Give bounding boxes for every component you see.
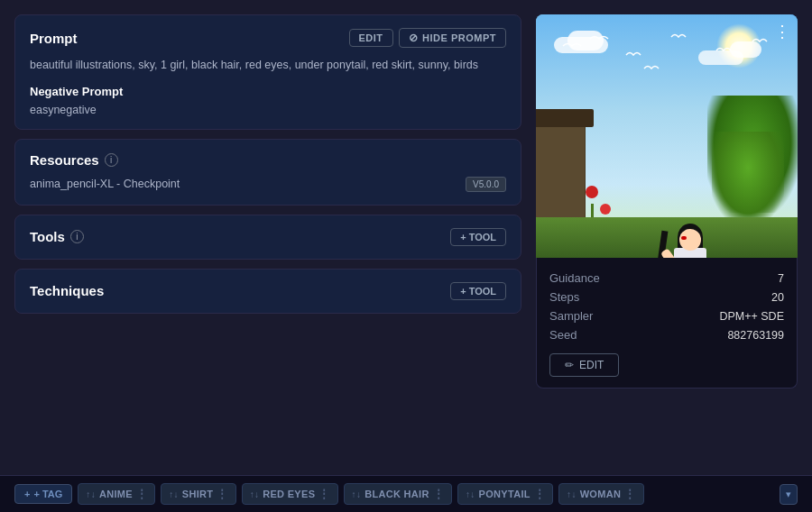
tools-card: Tools i + TOOL bbox=[14, 215, 521, 260]
tag-black-hair[interactable]: ↑↓ BLACK HAIR ⋮ bbox=[344, 483, 452, 505]
techniques-title: Techniques bbox=[30, 283, 104, 298]
guidance-value: 7 bbox=[778, 272, 784, 285]
add-tag-button[interactable]: + + TAG bbox=[14, 484, 72, 504]
right-panel: ⋮ Guidance 7 Steps 20 Sampler DPM++ SDE … bbox=[536, 14, 798, 461]
plus-icon: + bbox=[24, 489, 30, 499]
tag-menu-ponytail[interactable]: ⋮ bbox=[534, 488, 545, 500]
tag-arrows-black-hair: ↑↓ bbox=[352, 489, 362, 499]
tag-menu-shirt[interactable]: ⋮ bbox=[217, 488, 227, 500]
resources-info-icon[interactable]: i bbox=[105, 153, 118, 167]
tag-ponytail[interactable]: ↑↓ PONYTAIL ⋮ bbox=[457, 483, 553, 505]
birds-svg bbox=[536, 28, 798, 82]
tag-arrows-ponytail: ↑↓ bbox=[466, 489, 475, 499]
guidance-label: Guidance bbox=[549, 271, 600, 285]
resources-card: Resources i anima_pencil-XL - Checkpoint… bbox=[14, 139, 521, 206]
steps-value: 20 bbox=[771, 291, 784, 304]
tag-shirt[interactable]: ↑↓ SHIRT ⋮ bbox=[161, 483, 235, 505]
guidance-row: Guidance 7 bbox=[549, 269, 784, 288]
pencil-icon: ✏ bbox=[565, 359, 574, 371]
prompt-text: beautiful illustrations, sky, 1 girl, bl… bbox=[30, 57, 506, 74]
negative-prompt-text: easynegative bbox=[30, 104, 506, 116]
prompt-card: Prompt EDIT ⊘ HIDE PROMPT beautiful illu… bbox=[14, 14, 521, 130]
prompt-actions: EDIT ⊘ HIDE PROMPT bbox=[349, 28, 506, 48]
image-menu-dots[interactable]: ⋮ bbox=[774, 22, 790, 41]
tag-anime[interactable]: ↑↓ ANIME ⋮ bbox=[78, 483, 155, 505]
tags-expand-button[interactable]: ▾ bbox=[780, 484, 798, 505]
prompt-card-header: Prompt EDIT ⊘ HIDE PROMPT bbox=[30, 28, 506, 48]
resource-row: anima_pencil-XL - Checkpoint V5.0.0 bbox=[30, 177, 506, 192]
edit-prompt-button[interactable]: EDIT bbox=[349, 29, 393, 47]
trees-2 bbox=[712, 132, 784, 222]
resource-name: anima_pencil-XL - Checkpoint bbox=[30, 178, 180, 190]
generated-image: ⋮ bbox=[536, 14, 798, 258]
steps-row: Steps 20 bbox=[549, 288, 784, 306]
resources-title: Resources bbox=[30, 152, 99, 168]
tools-info-icon[interactable]: i bbox=[70, 230, 84, 243]
techniques-card: Techniques + TOOL bbox=[14, 269, 521, 314]
main-content: Prompt EDIT ⊘ HIDE PROMPT beautiful illu… bbox=[0, 0, 812, 475]
sampler-row: Sampler DPM++ SDE bbox=[549, 306, 784, 325]
tag-arrows-anime: ↑↓ bbox=[86, 489, 96, 499]
tools-header: Tools i + TOOL bbox=[30, 228, 506, 246]
techniques-header: Techniques + TOOL bbox=[30, 282, 506, 300]
metadata-panel: Guidance 7 Steps 20 Sampler DPM++ SDE Se… bbox=[536, 258, 798, 389]
tag-red-eyes[interactable]: ↑↓ RED EYES ⋮ bbox=[242, 483, 338, 505]
seed-label: Seed bbox=[549, 328, 577, 342]
resources-header: Resources i bbox=[30, 152, 506, 168]
building-roof bbox=[536, 109, 594, 127]
seed-value: 882763199 bbox=[727, 329, 784, 342]
tag-arrows-red-eyes: ↑↓ bbox=[250, 489, 260, 499]
seed-row: Seed 882763199 bbox=[549, 325, 784, 344]
tag-arrows-shirt: ↑↓ bbox=[169, 489, 179, 499]
tag-woman[interactable]: ↑↓ WOMAN ⋮ bbox=[558, 483, 643, 505]
tools-title: Tools bbox=[30, 229, 65, 244]
left-panel: Prompt EDIT ⊘ HIDE PROMPT beautiful illu… bbox=[14, 14, 521, 461]
tag-arrows-woman: ↑↓ bbox=[567, 489, 577, 499]
steps-label: Steps bbox=[549, 290, 579, 304]
tag-bar: + + TAG ↑↓ ANIME ⋮ ↑↓ SHIRT ⋮ ↑↓ RED EYE… bbox=[0, 475, 812, 512]
prompt-title: Prompt bbox=[30, 31, 78, 46]
eye-slash-icon: ⊘ bbox=[409, 32, 419, 44]
add-technique-button[interactable]: + TOOL bbox=[450, 282, 506, 300]
hide-prompt-button[interactable]: ⊘ HIDE PROMPT bbox=[399, 28, 506, 48]
add-tool-button[interactable]: + TOOL bbox=[450, 228, 506, 246]
metadata-edit-button[interactable]: ✏ EDIT bbox=[549, 353, 619, 377]
tag-menu-red-eyes[interactable]: ⋮ bbox=[318, 488, 329, 500]
version-badge: V5.0.0 bbox=[466, 177, 506, 192]
anime-illustration bbox=[536, 14, 798, 258]
tag-menu-anime[interactable]: ⋮ bbox=[136, 488, 147, 500]
sampler-label: Sampler bbox=[549, 309, 593, 323]
negative-prompt-label: Negative Prompt bbox=[30, 85, 506, 98]
sampler-value: DPM++ SDE bbox=[719, 310, 784, 323]
tag-menu-woman[interactable]: ⋮ bbox=[624, 488, 635, 500]
tag-menu-black-hair[interactable]: ⋮ bbox=[433, 488, 444, 500]
